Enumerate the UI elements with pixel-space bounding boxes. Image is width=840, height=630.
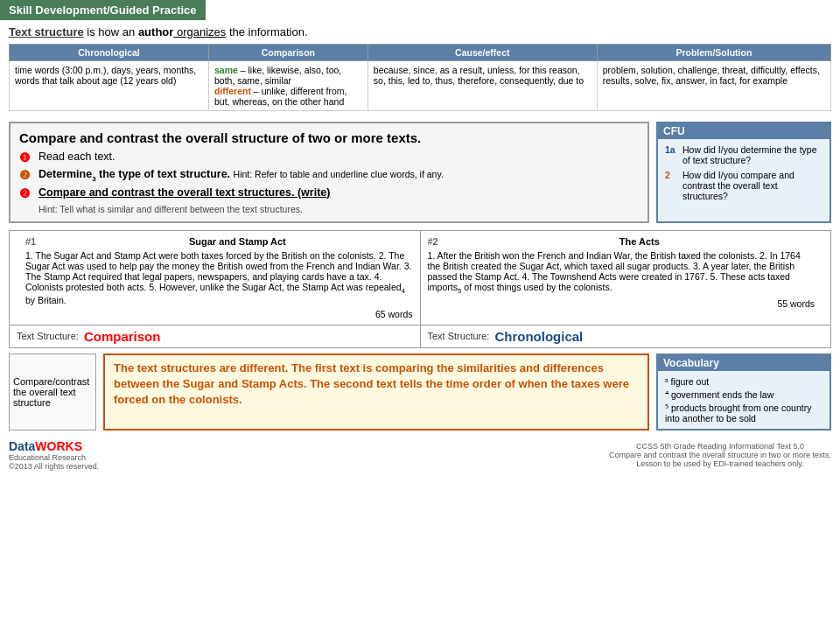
step2-hint: Hint: Tell what is similar and different… <box>38 204 639 214</box>
cfu-q2-text: How did I/you compare and contrast the o… <box>682 170 822 201</box>
header-bar: Skill Development/Guided Practice <box>0 0 206 20</box>
step-a: ❷ Determine3 the type of text structure.… <box>19 168 639 183</box>
texts-section: #1 Sugar and Stamp Act 1. The Sugar Act … <box>9 230 831 326</box>
ts-cell-1: Text Structure: Comparison <box>10 326 421 347</box>
text-block-2: #2 The Acts 1. After the British won the… <box>421 231 822 325</box>
vocab-item-1: ³ figure out <box>665 376 822 387</box>
logo-sub: Educational Research <box>9 453 99 462</box>
text1-body: 1. The Sugar Act and Stamp Act were both… <box>25 250 413 305</box>
compare-label: Compare/contrast the overall text struct… <box>9 354 96 430</box>
ts-cell-2: Text Structure: Chronological <box>421 326 831 347</box>
ts-value-1: Comparison <box>84 329 161 344</box>
step-2: ❷ Compare and contrast the overall text … <box>19 186 639 200</box>
cfu-title: CFU <box>658 123 830 139</box>
text1-header: #1 Sugar and Stamp Act <box>25 236 413 247</box>
logo-works: WORKS <box>35 439 82 453</box>
vocab-item-2: ⁴ government ends the law <box>665 389 822 400</box>
text2-header: #2 The Acts <box>428 236 816 247</box>
stepa-text: Determine3 the type of text structure. H… <box>38 168 639 183</box>
bottom-section: Compare/contrast the overall text struct… <box>9 354 831 430</box>
ts-label-2: Text Structure: <box>428 331 490 341</box>
dataworks-logo: DataWORKS Educational Research ©2013 All… <box>9 439 99 471</box>
intro-author: author <box>138 25 173 38</box>
cell-problem-solution: problem, solution, challenge, threat, di… <box>597 61 830 111</box>
text-structure-link[interactable]: Text structure <box>9 25 84 38</box>
compare-answer: The text structures are different. The f… <box>103 354 649 430</box>
cell-comparison: same – like, likewise, also, too, both, … <box>208 61 368 111</box>
col-comparison: Comparison <box>208 45 368 61</box>
intro-verb: organizes <box>173 25 226 38</box>
instructions-title: Compare and contrast the overall structu… <box>19 130 639 145</box>
instructions-box: Compare and contrast the overall structu… <box>9 122 649 223</box>
cfu-box: CFU 1a How did I/you determine the type … <box>656 122 831 223</box>
step1-icon: ❶ <box>19 150 35 164</box>
structure-table: Chronological Comparison Cause/effect Pr… <box>9 44 831 111</box>
cfu-q2: 2 How did I/you compare and contrast the… <box>665 170 822 201</box>
intro-text: Text structure is how an author organize… <box>9 25 831 38</box>
step-1: ❶ Read each text. <box>19 150 639 164</box>
comparison-same: same <box>214 65 238 75</box>
col-chronological: Chronological <box>10 45 209 61</box>
footer: DataWORKS Educational Research ©2013 All… <box>0 436 840 474</box>
header-title: Skill Development/Guided Practice <box>9 4 197 17</box>
vocabulary-box: Vocabulary ³ figure out ⁴ government end… <box>656 354 831 430</box>
footer-standard: CCSS 5th Grade Reading Informational Tex… <box>609 442 831 468</box>
step2-icon: ❷ <box>19 186 35 200</box>
footer-copy: ©2013 All rights reserved. <box>9 462 99 471</box>
text2-num: #2 <box>428 236 438 247</box>
text-structure-row: Text Structure: Comparison Text Structur… <box>9 326 831 348</box>
ts-label-1: Text Structure: <box>17 331 79 341</box>
vocab-item-3: ⁵ products brought from one country into… <box>665 402 822 424</box>
cfu-q1: 1a How did I/you determine the type of t… <box>665 144 822 165</box>
cfu-q2-num: 2 <box>665 170 679 180</box>
cfu-q1-text: How did I/you determine the type of text… <box>682 144 822 165</box>
intro-suffix: the information. <box>226 25 307 38</box>
text1-title: Sugar and Stamp Act <box>62 236 412 247</box>
ts-value-2: Chronological <box>494 329 583 344</box>
text2-body: 1. After the British won the French and … <box>428 250 816 295</box>
text-block-1: #1 Sugar and Stamp Act 1. The Sugar Act … <box>18 231 421 325</box>
vocabulary-title: Vocabulary <box>658 355 830 371</box>
comparison-diff: different <box>214 86 251 96</box>
intro-middle: is how an <box>84 25 138 38</box>
step1-text: Read each text. <box>38 150 639 163</box>
logo-data: Data <box>9 439 35 453</box>
text1-num: #1 <box>25 236 36 247</box>
text2-word-count: 55 words <box>428 298 816 309</box>
col-problem-solution: Problem/Solution <box>597 45 830 61</box>
col-cause-effect: Cause/effect <box>368 45 597 61</box>
text2-title: The Acts <box>465 236 815 247</box>
cfu-q1-num: 1a <box>665 144 679 155</box>
main-content-area: Compare and contrast the overall structu… <box>0 122 840 223</box>
cell-cause-effect: because, since, as a result, unless, for… <box>368 61 597 111</box>
text1-word-count: 65 words <box>25 309 413 319</box>
cell-chronological: time words (3:00 p.m.), days, years, mon… <box>10 61 209 111</box>
step2-text: Compare and contrast the overall text st… <box>38 186 639 199</box>
stepa-icon: ❷ <box>19 168 35 182</box>
